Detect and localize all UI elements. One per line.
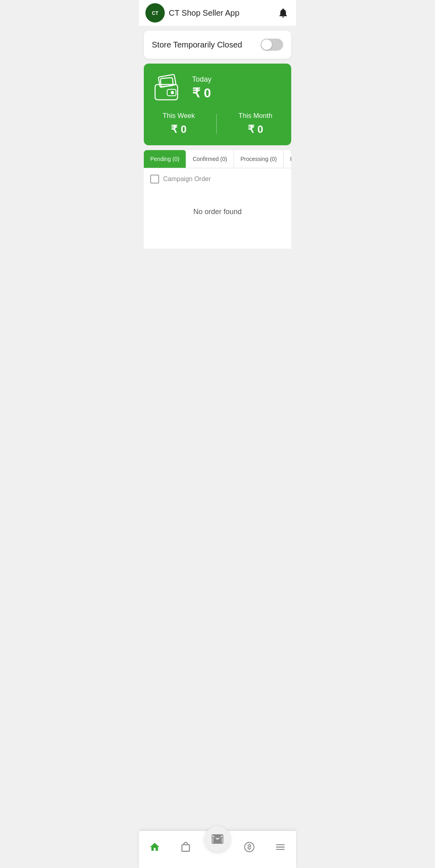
header-left: CT CT Shop Seller App bbox=[145, 3, 239, 23]
nav-orders[interactable] bbox=[174, 840, 198, 854]
earnings-top-section: Today ₹ 0 bbox=[152, 72, 283, 104]
month-earnings-block: This Month ₹ 0 bbox=[238, 112, 272, 136]
notification-bell-icon[interactable] bbox=[277, 6, 290, 19]
earnings-bottom-section: This Week ₹ 0 This Month ₹ 0 bbox=[152, 112, 283, 136]
week-earnings-block: This Week ₹ 0 bbox=[163, 112, 195, 136]
main-content: Store Temporarily Closed Today ₹ 0 bbox=[139, 31, 296, 289]
order-tabs: Pending (0) Confirmed (0) Processing (0)… bbox=[144, 150, 291, 168]
toggle-knob bbox=[261, 39, 272, 50]
nav-home[interactable] bbox=[143, 840, 167, 854]
month-label: This Month bbox=[238, 112, 272, 120]
campaign-order-label: Campaign Order bbox=[163, 175, 211, 183]
week-amount: ₹ 0 bbox=[171, 123, 186, 136]
tab-confirmed[interactable]: Confirmed (0) bbox=[186, 150, 234, 168]
wallet-icon bbox=[152, 72, 184, 104]
store-toggle[interactable] bbox=[261, 39, 283, 51]
app-title: CT Shop Seller App bbox=[169, 8, 239, 18]
month-amount: ₹ 0 bbox=[248, 123, 263, 136]
tab-ready-handover[interactable]: Ready For Handover (0) bbox=[284, 150, 291, 168]
earnings-divider bbox=[216, 114, 217, 134]
nav-shop-center[interactable] bbox=[205, 826, 230, 852]
earnings-card: Today ₹ 0 This Week ₹ 0 This Month ₹ 0 bbox=[144, 64, 291, 145]
week-label: This Week bbox=[163, 112, 195, 120]
campaign-order-checkbox[interactable] bbox=[150, 175, 159, 183]
campaign-filter: Campaign Order bbox=[150, 175, 285, 183]
svg-text:CT: CT bbox=[152, 10, 159, 16]
empty-orders-message: No order found bbox=[150, 192, 285, 232]
today-label: Today bbox=[192, 75, 211, 84]
svg-point-6 bbox=[171, 91, 174, 94]
today-earnings-block: Today ₹ 0 bbox=[192, 75, 211, 101]
store-status-label: Store Temporarily Closed bbox=[152, 40, 242, 49]
app-logo: CT bbox=[145, 3, 165, 23]
tab-processing[interactable]: Processing (0) bbox=[234, 150, 284, 168]
nav-menu[interactable] bbox=[268, 840, 292, 854]
bottom-navigation bbox=[139, 831, 296, 868]
svg-rect-3 bbox=[160, 78, 173, 87]
today-amount: ₹ 0 bbox=[192, 85, 211, 101]
nav-earnings[interactable] bbox=[237, 840, 261, 854]
tab-pending[interactable]: Pending (0) bbox=[144, 150, 186, 168]
app-header: CT CT Shop Seller App bbox=[139, 0, 296, 26]
orders-section: Campaign Order No order found bbox=[144, 168, 291, 249]
store-status-card: Store Temporarily Closed bbox=[144, 31, 291, 59]
